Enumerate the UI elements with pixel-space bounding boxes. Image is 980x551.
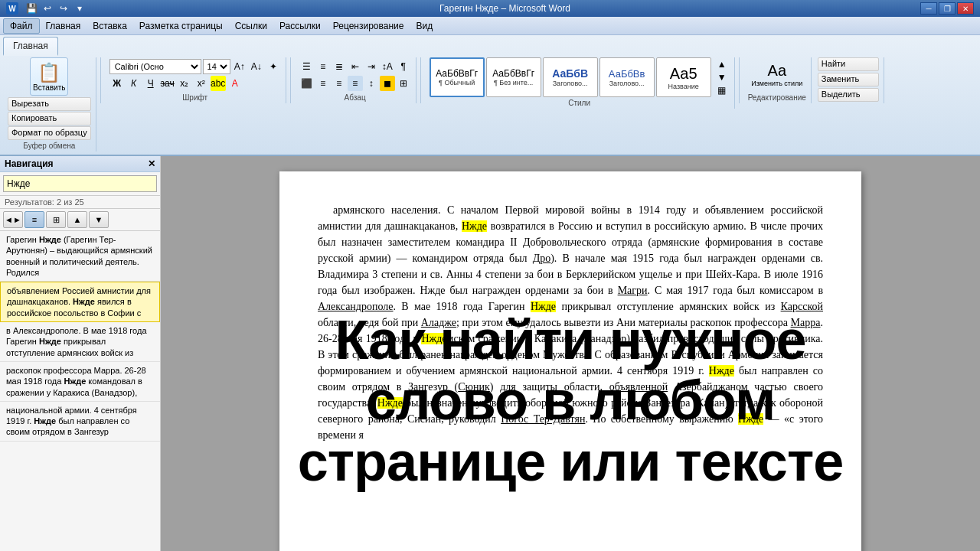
nav-header: Навигация ✕ [0,156,160,172]
borders-button[interactable]: ⊞ [396,76,411,91]
nav-arrows-button[interactable]: ◄► [3,211,23,228]
style-normal-preview: АаБбВвГг [436,68,478,79]
ribbon: Главная 📋 Вставить Вырезать Копировать Ф… [0,35,980,156]
superscript-button[interactable]: х² [194,76,209,91]
style-no-spacing[interactable]: АаБбВвГг ¶ Без инте... [486,57,541,97]
font-color-button[interactable]: А [227,76,243,91]
style-title-preview: Аа5 [670,65,697,83]
menu-home[interactable]: Главная [40,19,87,33]
qat-dropdown-button[interactable]: ▾ [73,2,87,15]
minimize-button[interactable]: ─ [920,2,937,15]
italic-button[interactable]: К [126,76,142,91]
style-heading1-name: Заголово... [553,80,588,87]
paste-button[interactable]: 📋 Вставить [30,57,68,96]
separator-3 [420,57,421,103]
nav-list-view-button[interactable]: ≡ [24,211,44,228]
document-page: армянского населения. С началом Первой м… [279,171,861,551]
subscript-button[interactable]: х₂ [177,76,192,91]
align-left-button[interactable]: ⬛ [299,76,315,91]
word-icon: W [6,2,18,15]
font-size-select[interactable]: 14 [203,59,230,74]
styles-scroll-up[interactable]: ▲ [714,57,730,70]
font-family-select[interactable]: Calibri (Осно [109,59,201,74]
bold-button[interactable]: Ж [109,76,125,91]
shading-button[interactable]: ◼ [380,76,395,91]
separator-1 [100,57,101,103]
title-bar: W 💾 ↩ ↪ ▾ Гарегин Нжде – Microsoft Word … [0,0,980,17]
menu-references[interactable]: Ссылки [229,19,273,33]
close-button[interactable]: ✕ [957,2,974,15]
style-heading1[interactable]: АаБбВ Заголово... [543,57,598,97]
doc-paragraph-1: армянского населения. С началом Первой м… [318,202,823,443]
style-title-name: Название [668,83,699,90]
tab-home[interactable]: Главная [3,37,58,56]
menu-mailings[interactable]: Рассылки [273,19,327,33]
format-row: Ж К Ч зач х₂ х² abc А [109,76,281,91]
ribbon-content: 📋 Вставить Вырезать Копировать Формат по… [3,54,977,155]
numbering-button[interactable]: ≡ [315,59,331,74]
nav-item-3[interactable]: в Александрополе. В мае 1918 года Гареги… [0,322,160,362]
strikethrough-button[interactable]: зач [160,76,175,91]
main-area: Навигация ✕ Результатов: 2 из 25 ◄► ≡ ⊞ … [0,156,980,551]
font-group-content: Calibri (Осно 14 A↑ A↓ ✦ Ж К Ч зач [109,57,281,92]
paragraph-group: ☰ ≡ ≣ ⇤ ⇥ ↕A ¶ ⬛ ≡ ≡ ≡ ↕ ◼ [295,57,416,103]
window-controls: ─ ❐ ✕ [920,2,974,15]
increase-indent-button[interactable]: ⇥ [364,59,379,74]
nav-search-input[interactable] [3,175,157,192]
ref-pogos: Погос Тер-Давтян [501,413,585,425]
nav-title: Навигация [5,158,54,169]
replace-button[interactable]: Заменить [818,73,879,86]
document-area[interactable]: армянского населения. С началом Первой м… [161,156,980,551]
nav-item-2[interactable]: объявлением Россией амнистии для дашнакц… [0,282,160,322]
redo-qat-button[interactable]: ↪ [57,2,70,15]
menu-page-layout[interactable]: Разметка страницы [133,19,229,33]
align-right-button[interactable]: ≡ [332,76,347,91]
decrease-indent-button[interactable]: ⇤ [348,59,363,74]
align-justify-button[interactable]: ≡ [348,76,363,91]
menu-view[interactable]: Вид [410,19,439,33]
copy-button[interactable]: Копировать [8,112,91,126]
nav-grid-view-button[interactable]: ⊞ [46,211,66,228]
underline-button[interactable]: Ч [143,76,158,91]
cut-button[interactable]: Вырезать [8,97,91,111]
clear-format-button[interactable]: ✦ [266,59,281,74]
change-styles-button[interactable]: Аа Изменить стили [751,62,802,87]
ref-aladja: Аладже [421,317,456,328]
nav-search-area [0,172,160,196]
menu-review[interactable]: Рецензирование [327,19,410,33]
highlight-button[interactable]: abc [211,76,226,91]
menu-bar: Файл Главная Вставка Разметка страницы С… [0,17,980,35]
nav-prev-button[interactable]: ▲ [67,211,87,228]
find-replace-group: Найти Заменить Выделить [813,57,884,103]
quick-access-toolbar: 💾 ↩ ↪ ▾ [21,2,90,15]
align-center-button[interactable]: ≡ [315,76,331,91]
format-painter-button[interactable]: Формат по образцу [8,126,91,140]
style-normal[interactable]: АаБбВвГг ¶ Обычный [430,57,485,97]
save-qat-button[interactable]: 💾 [24,2,38,15]
multilevel-list-button[interactable]: ≣ [332,59,347,74]
style-title[interactable]: Аа5 Название [656,57,711,97]
style-heading2-preview: АаБбВв [609,68,645,80]
select-button[interactable]: Выделить [818,88,879,102]
menu-insert[interactable]: Вставка [87,19,133,33]
find-button[interactable]: Найти [818,57,879,71]
font-shrink-button[interactable]: A↓ [249,59,264,74]
nav-item-4[interactable]: раскопок профессора Марра. 26-28 мая 191… [0,362,160,402]
style-heading2[interactable]: АаБбВв Заголово... [599,57,655,97]
show-marks-button[interactable]: ¶ [396,59,411,74]
nav-item-1[interactable]: Гарегин Нжде (Гарегин Тер-Арутюнян) – вы… [0,231,160,282]
line-spacing-button[interactable]: ↕ [364,76,379,91]
undo-qat-button[interactable]: ↩ [41,2,54,15]
window-title: Гарегин Нжде – Microsoft Word [90,3,920,14]
bullets-button[interactable]: ☰ [299,59,315,74]
font-grow-button[interactable]: A↑ [232,59,247,74]
sort-button[interactable]: ↕A [380,59,395,74]
menu-file[interactable]: Файл [3,18,40,34]
nav-close-icon[interactable]: ✕ [148,158,155,169]
nav-next-button[interactable]: ▼ [89,211,109,228]
styles-scroll-down[interactable]: ▼ [714,70,730,83]
styles-expand[interactable]: ▦ [714,84,730,97]
restore-button[interactable]: ❐ [939,2,956,15]
nav-item-5[interactable]: национальной армии. 4 сентября 1919 г. Н… [0,402,160,442]
paragraph-group-content: ☰ ≡ ≣ ⇤ ⇥ ↕A ¶ ⬛ ≡ ≡ ≡ ↕ ◼ [299,57,411,92]
